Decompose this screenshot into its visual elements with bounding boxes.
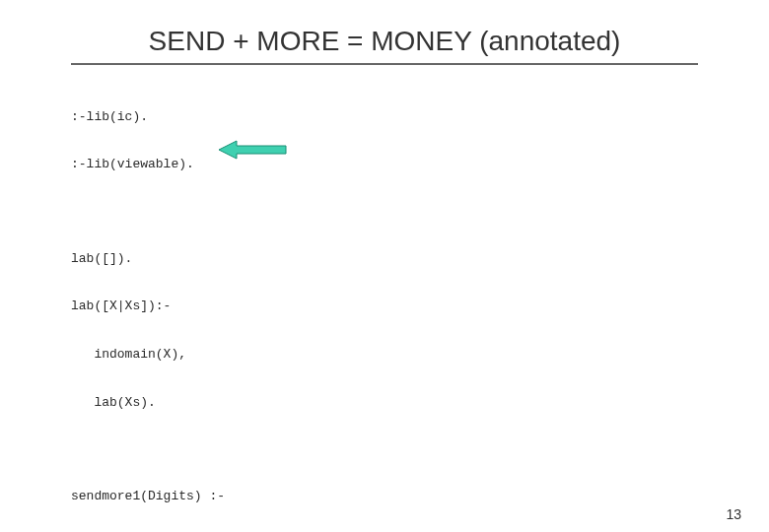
code-line: indomain(X),: [71, 347, 769, 363]
page-number: 13: [726, 506, 741, 522]
code-line: sendmore1(Digits) :-: [71, 489, 769, 504]
slide-title: SEND + MORE = MONEY (annotated): [0, 26, 769, 57]
code-libs: :-lib(ic). :-lib(viewable).: [71, 77, 769, 205]
code-line: lab(Xs).: [71, 395, 769, 411]
code-line: :-lib(viewable).: [71, 157, 769, 172]
highlight-arrow-icon: [219, 139, 288, 161]
code-line: :-lib(ic).: [71, 109, 769, 125]
code-line: lab([]).: [71, 251, 769, 267]
title-underline: [71, 63, 698, 65]
svg-marker-0: [219, 141, 286, 159]
code-line: lab([X|Xs]):-: [71, 299, 769, 314]
code-sendmore: sendmore1(Digits) :- Digits = [S,E,N,D,M…: [71, 457, 769, 533]
code-lab: lab([]). lab([X|Xs]):- indomain(X), lab(…: [71, 219, 769, 443]
